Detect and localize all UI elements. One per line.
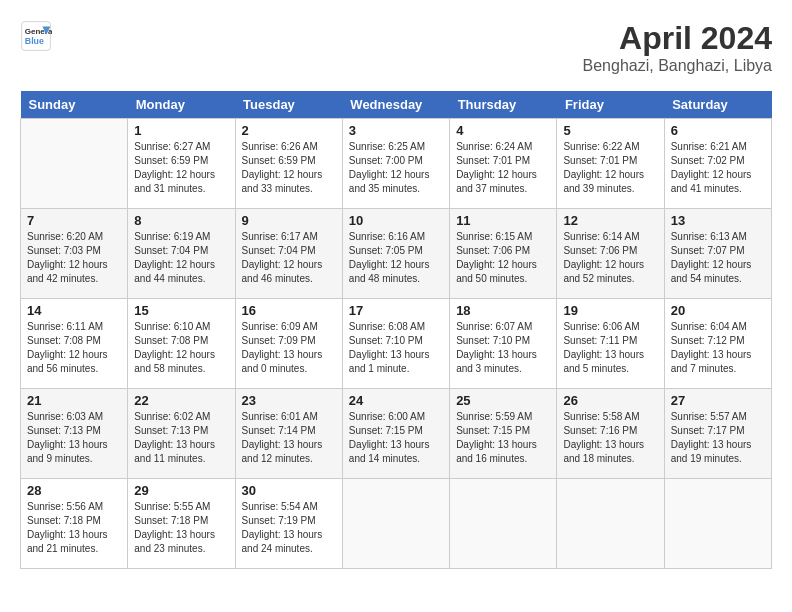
page-header: General Blue April 2024 Benghazi, Bangha…: [20, 20, 772, 75]
calendar-cell: 19Sunrise: 6:06 AMSunset: 7:11 PMDayligh…: [557, 299, 664, 389]
calendar-cell: 8Sunrise: 6:19 AMSunset: 7:04 PMDaylight…: [128, 209, 235, 299]
calendar-cell: 3Sunrise: 6:25 AMSunset: 7:00 PMDaylight…: [342, 119, 449, 209]
day-header-friday: Friday: [557, 91, 664, 119]
day-number: 4: [456, 123, 550, 138]
day-number: 12: [563, 213, 657, 228]
calendar-cell: 9Sunrise: 6:17 AMSunset: 7:04 PMDaylight…: [235, 209, 342, 299]
day-info: Sunrise: 5:55 AMSunset: 7:18 PMDaylight:…: [134, 500, 228, 556]
day-header-wednesday: Wednesday: [342, 91, 449, 119]
day-number: 24: [349, 393, 443, 408]
day-info: Sunrise: 5:57 AMSunset: 7:17 PMDaylight:…: [671, 410, 765, 466]
calendar-cell: 6Sunrise: 6:21 AMSunset: 7:02 PMDaylight…: [664, 119, 771, 209]
day-number: 25: [456, 393, 550, 408]
day-number: 3: [349, 123, 443, 138]
calendar-week-1: 1Sunrise: 6:27 AMSunset: 6:59 PMDaylight…: [21, 119, 772, 209]
day-info: Sunrise: 6:04 AMSunset: 7:12 PMDaylight:…: [671, 320, 765, 376]
calendar-cell: 24Sunrise: 6:00 AMSunset: 7:15 PMDayligh…: [342, 389, 449, 479]
calendar-cell: 4Sunrise: 6:24 AMSunset: 7:01 PMDaylight…: [450, 119, 557, 209]
day-number: 11: [456, 213, 550, 228]
day-header-thursday: Thursday: [450, 91, 557, 119]
day-number: 21: [27, 393, 121, 408]
day-info: Sunrise: 5:54 AMSunset: 7:19 PMDaylight:…: [242, 500, 336, 556]
day-number: 5: [563, 123, 657, 138]
calendar-cell: 1Sunrise: 6:27 AMSunset: 6:59 PMDaylight…: [128, 119, 235, 209]
day-info: Sunrise: 6:09 AMSunset: 7:09 PMDaylight:…: [242, 320, 336, 376]
calendar-cell: 29Sunrise: 5:55 AMSunset: 7:18 PMDayligh…: [128, 479, 235, 569]
day-number: 6: [671, 123, 765, 138]
location: Benghazi, Banghazi, Libya: [583, 57, 772, 75]
day-number: 26: [563, 393, 657, 408]
calendar-cell: [342, 479, 449, 569]
day-number: 13: [671, 213, 765, 228]
day-header-saturday: Saturday: [664, 91, 771, 119]
calendar-body: 1Sunrise: 6:27 AMSunset: 6:59 PMDaylight…: [21, 119, 772, 569]
calendar-cell: 26Sunrise: 5:58 AMSunset: 7:16 PMDayligh…: [557, 389, 664, 479]
calendar-cell: 20Sunrise: 6:04 AMSunset: 7:12 PMDayligh…: [664, 299, 771, 389]
calendar-cell: 10Sunrise: 6:16 AMSunset: 7:05 PMDayligh…: [342, 209, 449, 299]
day-info: Sunrise: 5:58 AMSunset: 7:16 PMDaylight:…: [563, 410, 657, 466]
day-info: Sunrise: 6:22 AMSunset: 7:01 PMDaylight:…: [563, 140, 657, 196]
svg-text:Blue: Blue: [25, 36, 44, 46]
day-number: 16: [242, 303, 336, 318]
calendar-cell: 25Sunrise: 5:59 AMSunset: 7:15 PMDayligh…: [450, 389, 557, 479]
calendar-week-4: 21Sunrise: 6:03 AMSunset: 7:13 PMDayligh…: [21, 389, 772, 479]
calendar-week-3: 14Sunrise: 6:11 AMSunset: 7:08 PMDayligh…: [21, 299, 772, 389]
day-info: Sunrise: 6:02 AMSunset: 7:13 PMDaylight:…: [134, 410, 228, 466]
day-info: Sunrise: 6:14 AMSunset: 7:06 PMDaylight:…: [563, 230, 657, 286]
day-number: 2: [242, 123, 336, 138]
day-info: Sunrise: 6:13 AMSunset: 7:07 PMDaylight:…: [671, 230, 765, 286]
calendar-cell: 2Sunrise: 6:26 AMSunset: 6:59 PMDaylight…: [235, 119, 342, 209]
day-number: 29: [134, 483, 228, 498]
day-info: Sunrise: 6:16 AMSunset: 7:05 PMDaylight:…: [349, 230, 443, 286]
calendar-cell: [557, 479, 664, 569]
day-number: 18: [456, 303, 550, 318]
day-number: 8: [134, 213, 228, 228]
day-header-tuesday: Tuesday: [235, 91, 342, 119]
month-title: April 2024: [583, 20, 772, 57]
calendar-table: SundayMondayTuesdayWednesdayThursdayFrid…: [20, 91, 772, 569]
day-number: 30: [242, 483, 336, 498]
calendar-cell: 21Sunrise: 6:03 AMSunset: 7:13 PMDayligh…: [21, 389, 128, 479]
calendar-cell: [450, 479, 557, 569]
day-number: 27: [671, 393, 765, 408]
day-info: Sunrise: 6:06 AMSunset: 7:11 PMDaylight:…: [563, 320, 657, 376]
calendar-cell: 7Sunrise: 6:20 AMSunset: 7:03 PMDaylight…: [21, 209, 128, 299]
day-number: 15: [134, 303, 228, 318]
day-number: 23: [242, 393, 336, 408]
day-info: Sunrise: 6:01 AMSunset: 7:14 PMDaylight:…: [242, 410, 336, 466]
day-info: Sunrise: 6:11 AMSunset: 7:08 PMDaylight:…: [27, 320, 121, 376]
day-info: Sunrise: 6:17 AMSunset: 7:04 PMDaylight:…: [242, 230, 336, 286]
day-info: Sunrise: 6:21 AMSunset: 7:02 PMDaylight:…: [671, 140, 765, 196]
calendar-cell: 14Sunrise: 6:11 AMSunset: 7:08 PMDayligh…: [21, 299, 128, 389]
calendar-cell: 16Sunrise: 6:09 AMSunset: 7:09 PMDayligh…: [235, 299, 342, 389]
day-number: 7: [27, 213, 121, 228]
calendar-cell: 13Sunrise: 6:13 AMSunset: 7:07 PMDayligh…: [664, 209, 771, 299]
calendar-cell: 17Sunrise: 6:08 AMSunset: 7:10 PMDayligh…: [342, 299, 449, 389]
logo-icon: General Blue: [20, 20, 52, 52]
calendar-cell: 15Sunrise: 6:10 AMSunset: 7:08 PMDayligh…: [128, 299, 235, 389]
day-info: Sunrise: 6:10 AMSunset: 7:08 PMDaylight:…: [134, 320, 228, 376]
day-info: Sunrise: 6:27 AMSunset: 6:59 PMDaylight:…: [134, 140, 228, 196]
calendar-cell: [21, 119, 128, 209]
calendar-cell: 28Sunrise: 5:56 AMSunset: 7:18 PMDayligh…: [21, 479, 128, 569]
calendar-cell: 12Sunrise: 6:14 AMSunset: 7:06 PMDayligh…: [557, 209, 664, 299]
day-info: Sunrise: 6:19 AMSunset: 7:04 PMDaylight:…: [134, 230, 228, 286]
day-number: 10: [349, 213, 443, 228]
day-number: 14: [27, 303, 121, 318]
day-info: Sunrise: 6:07 AMSunset: 7:10 PMDaylight:…: [456, 320, 550, 376]
day-number: 28: [27, 483, 121, 498]
day-info: Sunrise: 6:24 AMSunset: 7:01 PMDaylight:…: [456, 140, 550, 196]
calendar-week-5: 28Sunrise: 5:56 AMSunset: 7:18 PMDayligh…: [21, 479, 772, 569]
day-header-monday: Monday: [128, 91, 235, 119]
calendar-header-row: SundayMondayTuesdayWednesdayThursdayFrid…: [21, 91, 772, 119]
day-number: 22: [134, 393, 228, 408]
day-info: Sunrise: 6:00 AMSunset: 7:15 PMDaylight:…: [349, 410, 443, 466]
calendar-week-2: 7Sunrise: 6:20 AMSunset: 7:03 PMDaylight…: [21, 209, 772, 299]
calendar-cell: 11Sunrise: 6:15 AMSunset: 7:06 PMDayligh…: [450, 209, 557, 299]
day-number: 19: [563, 303, 657, 318]
calendar-cell: 30Sunrise: 5:54 AMSunset: 7:19 PMDayligh…: [235, 479, 342, 569]
day-info: Sunrise: 5:56 AMSunset: 7:18 PMDaylight:…: [27, 500, 121, 556]
title-block: April 2024 Benghazi, Banghazi, Libya: [583, 20, 772, 75]
logo: General Blue: [20, 20, 52, 52]
day-info: Sunrise: 6:15 AMSunset: 7:06 PMDaylight:…: [456, 230, 550, 286]
